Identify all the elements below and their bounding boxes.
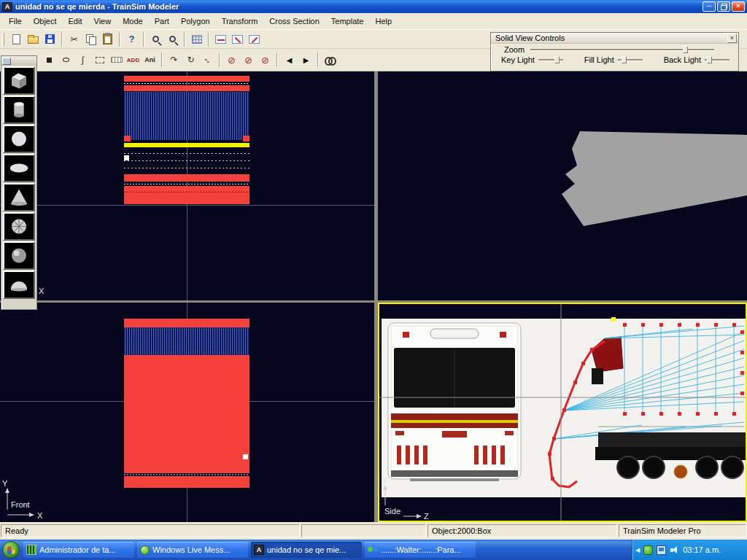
move-tool-button[interactable]: ↷ <box>166 52 182 68</box>
palette-titlebar[interactable] <box>1 56 36 66</box>
save-button[interactable] <box>42 31 58 47</box>
solid-view-controls-panel: Solid View Controls × Zoom Key Light Fil… <box>490 32 739 71</box>
lock-scale-button[interactable]: ⊘ <box>257 52 274 68</box>
menu-view[interactable]: View <box>88 15 117 28</box>
restore-button[interactable] <box>717 1 730 12</box>
tray-chevron-icon[interactable]: ◀ <box>635 547 640 553</box>
taskbar-item-task-manager[interactable]: Administrador de ta... <box>23 542 134 558</box>
vertex-handle[interactable] <box>124 155 129 160</box>
windows-flag-icon <box>7 545 15 554</box>
cut-button[interactable]: ✂ <box>66 31 82 47</box>
titlebar[interactable]: A unidad no se qe mierda - TrainSim Mode… <box>0 0 747 13</box>
no-scale-icon: ⊘ <box>261 55 269 66</box>
viewport-top[interactable]: X <box>0 71 374 300</box>
palette-grip-icon[interactable] <box>2 58 11 65</box>
toolbar-separator <box>184 32 185 47</box>
toolbar-grip[interactable] <box>2 33 4 46</box>
fill-light-thumb[interactable] <box>622 56 627 63</box>
primitive-cylinder-button[interactable] <box>3 96 35 124</box>
select-box-button[interactable] <box>91 52 108 68</box>
fill-light-label: Fill Light <box>584 55 614 64</box>
help-icon: ? <box>129 34 135 44</box>
zoom-slider[interactable] <box>530 45 714 54</box>
primitive-geosphere-button[interactable] <box>3 212 35 241</box>
next-button[interactable]: ▶ <box>298 52 314 68</box>
prev-button[interactable]: ◀ <box>281 52 298 68</box>
primitive-cone-button[interactable] <box>3 183 35 211</box>
help-button[interactable]: ? <box>123 31 140 47</box>
menu-polygon[interactable]: Polygon <box>175 15 216 28</box>
viewport-solid[interactable] <box>378 71 747 300</box>
add-button[interactable]: ADD <box>125 52 142 68</box>
find-button[interactable] <box>322 52 338 68</box>
solid-object[interactable] <box>562 131 747 226</box>
animation-button[interactable]: Ani <box>142 52 158 68</box>
taskbar-item-messenger[interactable]: Windows Live Mess... <box>137 542 248 558</box>
paste-button[interactable] <box>99 31 116 47</box>
measure-button[interactable] <box>108 52 125 68</box>
solid-view-close-button[interactable]: × <box>727 34 737 43</box>
top-view-canvas: X <box>0 71 374 300</box>
selected-vertex[interactable] <box>611 317 616 322</box>
point-mode-icon <box>47 58 52 63</box>
point-mode-button[interactable] <box>41 52 58 68</box>
tray-network-icon[interactable] <box>657 545 666 555</box>
menu-part[interactable]: Part <box>149 15 175 28</box>
scale-tool-button[interactable]: ↔ <box>199 52 216 68</box>
open-file-button[interactable] <box>25 31 42 47</box>
primitive-shaded-sphere-button[interactable] <box>3 241 35 270</box>
zoom-out-button[interactable] <box>164 31 181 47</box>
back-light-slider[interactable] <box>705 55 729 64</box>
ellipse-mode-button[interactable] <box>58 52 74 68</box>
front-view-object[interactable] <box>124 319 249 488</box>
zoom-in-button[interactable] <box>147 31 164 47</box>
conversation-icon <box>368 545 378 555</box>
grid-toggle-button[interactable] <box>188 31 205 47</box>
key-light-slider[interactable] <box>538 55 563 64</box>
vertex-handle[interactable] <box>243 454 248 459</box>
menu-object[interactable]: Object <box>28 15 63 28</box>
menu-mode[interactable]: Mode <box>117 15 149 28</box>
key-light-thumb[interactable] <box>554 56 560 63</box>
menu-transform[interactable]: Transform <box>216 15 264 28</box>
spline-icon: ∫ <box>82 55 84 64</box>
primitive-sphere-button[interactable] <box>3 125 35 153</box>
spline-mode-button[interactable]: ∫ <box>74 52 91 68</box>
mirror-x-button[interactable] <box>212 31 229 47</box>
taskbar-item-trainsim[interactable]: A unidad no se qe mie... <box>251 542 362 558</box>
start-button[interactable] <box>0 540 22 560</box>
new-file-button[interactable] <box>8 31 25 47</box>
viewport-front[interactable]: Y Front X <box>0 303 374 522</box>
taskbar-item-conversation[interactable]: ......:Walter:......:Para... <box>365 542 476 558</box>
key-light-label: Key Light <box>501 55 535 64</box>
mirror-z-button[interactable] <box>246 31 263 47</box>
top-axis-x-label: X <box>39 287 44 295</box>
viewport-side[interactable]: Y Side Z <box>378 303 747 522</box>
menu-file[interactable]: File <box>3 15 28 28</box>
menu-edit[interactable]: Edit <box>63 15 88 28</box>
fill-light-slider[interactable] <box>618 55 643 64</box>
primitive-box-button[interactable] <box>3 66 35 95</box>
tray-volume-icon[interactable] <box>670 545 679 555</box>
front-axis-x-label: X <box>37 511 43 520</box>
minimize-button[interactable]: ─ <box>703 1 716 12</box>
primitive-ellipsoid-button[interactable] <box>3 154 35 182</box>
rotate-tool-button[interactable]: ↻ <box>182 52 199 68</box>
primitive-dome-button[interactable] <box>3 271 35 299</box>
shaded-sphere-icon <box>4 243 34 268</box>
lock-move-button[interactable]: ⊘ <box>223 52 240 68</box>
menu-template[interactable]: Template <box>325 15 370 28</box>
solid-view-controls-titlebar[interactable]: Solid View Controls × <box>491 33 738 44</box>
close-button[interactable]: × <box>732 1 745 12</box>
ellipse-mode-icon <box>63 58 69 62</box>
menu-help[interactable]: Help <box>369 15 398 28</box>
zoom-slider-thumb[interactable] <box>683 46 688 53</box>
tray-status-icon[interactable] <box>643 545 653 555</box>
lock-rotate-button[interactable]: ⊘ <box>240 52 257 68</box>
menu-cross-section[interactable]: Cross Section <box>263 15 325 28</box>
back-light-thumb[interactable] <box>707 56 712 63</box>
front-view-axes: Y Front X <box>2 479 43 520</box>
copy-button[interactable] <box>82 31 99 47</box>
side-axis-z-label: Z <box>424 512 429 521</box>
mirror-y-button[interactable] <box>229 31 246 47</box>
